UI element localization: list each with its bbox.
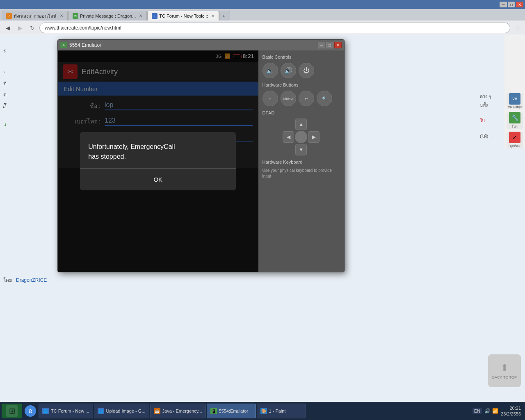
emulator-body: 3G 📶 8:21 ✂ EditActivity Edit: [58, 50, 344, 272]
emulator-maximize-btn[interactable]: □: [326, 42, 333, 48]
volume-down-button[interactable]: 🔈: [262, 63, 278, 78]
dpad-left-button[interactable]: ◀: [283, 131, 294, 143]
author-name: DragonZRICE: [16, 277, 47, 283]
taskbar: ⊞ e 🌐 TC Forum - New ... 🌐 Upload Image …: [0, 402, 525, 420]
taskbar-item-1[interactable]: 🌐 TC Forum - New ...: [39, 404, 93, 418]
vbscript-label: VB Script: [508, 105, 521, 109]
volume-tray-icon[interactable]: 🔊: [484, 408, 491, 414]
search-button[interactable]: 🔍: [317, 91, 332, 106]
tab-label-3: TC Forum - New Topic ::: [159, 14, 208, 18]
back-to-top-label: BACK TO TOP: [492, 375, 517, 379]
start-button[interactable]: ⊞: [2, 404, 22, 418]
language-indicator[interactable]: EN: [472, 408, 482, 414]
taskbar-label-3: Java - Emergency...: [162, 409, 202, 413]
tab-close-3[interactable]: ✕: [211, 14, 215, 18]
emulator-window: A 5554:Emulator ─ □ ✕ 3G 📶: [57, 39, 345, 272]
clock[interactable]: 20:21 23/2/2556: [501, 405, 521, 417]
dpad-down-button[interactable]: ▼: [295, 144, 307, 155]
taskbar-item-4[interactable]: 📱 5554:Emulator: [207, 404, 256, 418]
new-tab-icon: +: [222, 14, 225, 18]
emulator-controls: Basic Controls 🔈 🔊 ⏻ Hardware Buttons ⌂ …: [258, 50, 344, 272]
bookmark-button[interactable]: ☆: [512, 23, 523, 33]
tab-label-1: ฟังเพลงสากรออนไลน์: [14, 12, 57, 20]
forward-button[interactable]: ▶: [15, 23, 25, 33]
taskbar-date: 23/2/2556: [501, 411, 521, 417]
windows-logo-icon: ⊞: [6, 405, 18, 417]
hardware-buttons-title: Hardware Buttons: [262, 82, 340, 87]
close-button[interactable]: ✕: [516, 2, 523, 7]
dpad-title: DPAD: [262, 110, 340, 115]
tab-favicon-1: ♪: [6, 13, 12, 19]
taskbar-favicon-3: ☕: [154, 408, 160, 414]
tab-close-1[interactable]: ✕: [60, 14, 63, 18]
other-icon[interactable]: 🔧 อื่น ๆ: [507, 112, 523, 129]
keyboard-note: Use your physical keyboard to provide in…: [262, 168, 340, 179]
taskbar-label-1: TC Forum - New ...: [51, 409, 89, 413]
emulator-title: 5554:Emulator: [69, 42, 315, 48]
taskbar-label-4: 5554:Emulator: [219, 409, 249, 413]
dpad-right-button[interactable]: ▶: [308, 131, 320, 143]
sys-tray-icons: 🔊 📶: [484, 408, 498, 414]
emulator-app-icon: A: [60, 42, 67, 48]
emulator-close-btn[interactable]: ✕: [334, 42, 342, 48]
taskbar-favicon-4: 📱: [210, 408, 217, 414]
menu-button[interactable]: MENU: [281, 91, 296, 106]
taskbar-favicon-2: 🌐: [98, 408, 104, 414]
taskbar-item-2[interactable]: 🌐 Upload Image - G...: [94, 404, 149, 418]
page-content: ร เ ห ด [[ แ โดย DragonZRICE VB VB Scrip…: [0, 35, 525, 420]
error-footer: OK: [80, 169, 236, 190]
hardware-buttons-row: ⌂ MENU ↩ 🔍: [262, 91, 340, 106]
internet-explorer-icon[interactable]: e: [23, 404, 38, 418]
network-tray-icon[interactable]: 📶: [492, 408, 498, 414]
back-to-top-button[interactable]: ⬆ BACK TO TOP: [488, 354, 521, 387]
dpad: ▲ ▼ ◀ ▶: [283, 119, 320, 155]
right-sidebar: VB VB Script 🔧 อื่น ๆ ✓ ถูกต้อง: [504, 35, 525, 148]
taskbar-label-5: 1 - Paint: [269, 409, 286, 413]
tab-favicon-2: ✉: [73, 13, 78, 19]
toolbar: ◀ ▶ ↻ ☆: [0, 21, 525, 35]
back-button[interactable]: ◀: [2, 23, 13, 33]
maximize-button[interactable]: □: [508, 2, 515, 7]
tab-favicon-3: T: [152, 13, 158, 19]
back-to-top-arrow-icon: ⬆: [500, 362, 509, 374]
tab-bar: ♪ ฟังเพลงสากรออนไลน์ ✕ ✉ Private Message…: [0, 9, 525, 21]
tab-4[interactable]: +: [219, 11, 230, 21]
correct-label: ถูกต้อง: [510, 144, 520, 149]
correct-icon[interactable]: ✓ ถูกต้อง: [507, 132, 523, 148]
address-bar[interactable]: [39, 23, 510, 33]
taskbar-time: 20:21: [509, 405, 521, 411]
error-dialog: Unfortunately, EmergencyCallhas stopped.…: [80, 132, 236, 190]
taskbar-item-3[interactable]: ☕ Java - Emergency...: [150, 404, 206, 418]
error-ok-button[interactable]: OK: [137, 173, 179, 186]
emulator-window-buttons: ─ □ ✕: [318, 42, 342, 48]
power-button[interactable]: ⏻: [299, 63, 314, 78]
error-dialog-body: Unfortunately, EmergencyCallhas stopped.: [80, 132, 236, 168]
minimize-button[interactable]: ─: [500, 2, 507, 7]
android-screen: 3G 📶 8:21 ✂ EditActivity Edit: [58, 50, 258, 272]
title-bar: ─ □ ✕: [0, 0, 525, 9]
tab-2[interactable]: ✉ Private Message : Dragon... ✕: [68, 11, 147, 21]
emulator-minimize-btn[interactable]: ─: [318, 42, 325, 48]
volume-up-button[interactable]: 🔊: [281, 63, 296, 78]
tab-close-2[interactable]: ✕: [139, 14, 142, 18]
tab-1[interactable]: ♪ ฟังเพลงสากรออนไลน์ ✕: [2, 11, 68, 21]
vbscript-icon[interactable]: VB VB Script: [507, 93, 523, 109]
taskbar-favicon-5: 🎨: [260, 408, 267, 414]
volume-buttons-row: 🔈 🔊 ⏻: [262, 63, 340, 78]
tab-label-2: Private Message : Dragon...: [80, 14, 136, 18]
home-button[interactable]: ⌂: [262, 91, 278, 106]
other-label: อื่น ๆ: [511, 124, 518, 129]
dpad-center-button[interactable]: [295, 131, 307, 143]
dpad-up-button[interactable]: ▲: [295, 119, 307, 130]
emulator-titlebar: A 5554:Emulator ─ □ ✕: [58, 40, 344, 50]
tab-3[interactable]: T TC Forum - New Topic :: ✕: [147, 11, 219, 21]
taskbar-label-2: Upload Image - G...: [106, 409, 146, 413]
basic-controls-title: Basic Controls: [262, 55, 340, 59]
error-message: Unfortunately, EmergencyCallhas stopped.: [88, 142, 228, 162]
right-content: ต่าง ๆ บทั้ง ใบ (ได้): [478, 35, 502, 142]
author-label: โดย: [3, 277, 12, 283]
taskbar-item-5[interactable]: 🎨 1 - Paint: [257, 404, 306, 418]
browser-frame: ─ □ ✕ ♪ ฟังเพลงสากรออนไลน์ ✕ ✉ Private M…: [0, 0, 525, 420]
reload-button[interactable]: ↻: [27, 23, 38, 33]
back-hw-button[interactable]: ↩: [299, 91, 314, 106]
